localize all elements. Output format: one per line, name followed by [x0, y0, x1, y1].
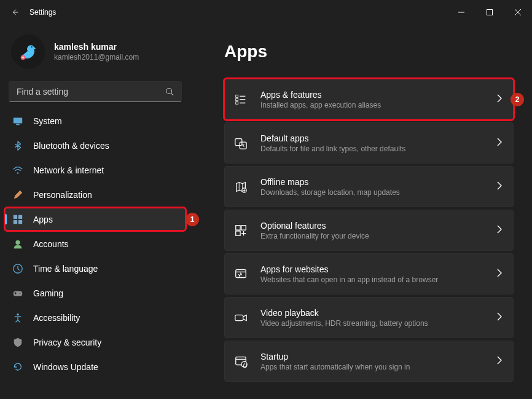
sidebar-item-windows-update[interactable]: Windows Update	[5, 355, 186, 378]
chevron-right-icon	[497, 269, 502, 279]
sidebar-item-label: Accessibility	[33, 313, 80, 323]
apps-features-icon	[233, 92, 248, 107]
update-icon	[12, 361, 23, 373]
close-button[interactable]	[504, 2, 532, 22]
card-offline-maps[interactable]: Offline mapsDownloads, storage location,…	[224, 166, 514, 207]
default-apps-icon	[233, 136, 248, 151]
card-title: Apps & features	[260, 90, 485, 100]
video-playback-icon	[233, 310, 248, 325]
svg-rect-17	[236, 95, 238, 97]
sidebar-item-label: Personalization	[33, 190, 92, 200]
card-default-apps[interactable]: Default appsDefaults for file and link t…	[224, 122, 514, 164]
sidebar-item-network-internet[interactable]: Network & internet	[5, 159, 186, 181]
card-video-playback[interactable]: Video playbackVideo adjustments, HDR str…	[224, 297, 514, 338]
svg-point-4	[166, 89, 172, 94]
optional-features-icon	[233, 223, 248, 238]
card-title: Offline maps	[260, 177, 485, 187]
sidebar-item-label: System	[33, 116, 62, 126]
sidebar-item-privacy-security[interactable]: Privacy & security	[5, 331, 186, 354]
maximize-icon	[487, 9, 493, 15]
card-text: Offline mapsDownloads, storage location,…	[260, 177, 485, 197]
startup-icon	[233, 354, 248, 369]
svg-rect-9	[18, 215, 22, 218]
sidebar-item-gaming[interactable]: Gaming	[5, 282, 186, 304]
card-startup[interactable]: StartupApps that start automatically whe…	[224, 341, 514, 382]
svg-rect-10	[14, 219, 17, 223]
sidebar-item-label: Accounts	[33, 239, 69, 249]
search-icon	[165, 87, 174, 96]
search-box[interactable]	[9, 81, 182, 102]
card-subtitle: Defaults for file and link types, other …	[260, 144, 485, 153]
svg-rect-19	[236, 101, 238, 104]
network-icon	[12, 165, 23, 176]
card-title: Startup	[260, 352, 485, 361]
close-icon	[515, 9, 521, 15]
sidebar-item-label: Gaming	[33, 288, 63, 298]
main-panel: Apps Apps & featuresInstalled apps, app …	[190, 25, 532, 399]
profile-section[interactable]: kamlesh kumar kamlesh2011@gmail.com	[5, 31, 186, 79]
profile-text: kamlesh kumar kamlesh2011@gmail.com	[54, 42, 139, 61]
sidebar-item-label: Privacy & security	[33, 338, 101, 347]
step-badge: 1	[186, 213, 199, 226]
svg-rect-11	[18, 219, 22, 223]
sidebar-item-time-language[interactable]: Time & language	[5, 257, 186, 280]
sidebar-item-label: Bluetooth & devices	[33, 141, 109, 151]
step-badge: 2	[510, 93, 524, 106]
sidebar-item-apps[interactable]: Apps1	[5, 208, 186, 231]
apps-websites-icon	[233, 267, 248, 282]
sidebar-item-accounts[interactable]: Accounts	[5, 232, 186, 255]
card-text: Apps for websitesWebsites that can open …	[260, 264, 485, 284]
card-title: Video playback	[260, 308, 485, 318]
system-icon	[12, 116, 23, 127]
card-subtitle: Apps that start automatically when you s…	[260, 363, 485, 371]
avatar	[11, 34, 45, 69]
window-title: Settings	[29, 8, 56, 17]
svg-point-3	[22, 57, 24, 58]
svg-point-15	[20, 293, 21, 294]
offline-maps-icon	[233, 180, 248, 194]
svg-point-7	[17, 172, 19, 174]
maximize-button[interactable]	[475, 2, 504, 22]
minimize-button[interactable]	[447, 2, 475, 22]
svg-rect-18	[236, 98, 238, 101]
card-subtitle: Installed apps, app execution aliases	[260, 101, 485, 109]
card-subtitle: Extra functionality for your device	[260, 232, 485, 240]
card-apps-features[interactable]: Apps & featuresInstalled apps, app execu…	[224, 79, 514, 120]
sidebar-item-accessibility[interactable]: Accessibility	[5, 306, 186, 329]
sidebar-item-label: Windows Update	[33, 362, 98, 372]
chevron-right-icon	[497, 225, 502, 235]
accounts-icon	[12, 239, 23, 250]
card-subtitle: Video adjustments, HDR streaming, batter…	[260, 319, 485, 328]
card-text: StartupApps that start automatically whe…	[260, 352, 485, 371]
sidebar-item-label: Time & language	[33, 264, 98, 274]
card-subtitle: Websites that can open in an app instead…	[260, 275, 485, 284]
back-button[interactable]	[5, 2, 25, 22]
card-optional-features[interactable]: Optional featuresExtra functionality for…	[224, 210, 514, 251]
sidebar-item-personalization[interactable]: Personalization	[5, 183, 186, 206]
profile-name: kamlesh kumar	[54, 42, 139, 52]
minimize-icon	[458, 9, 464, 15]
svg-point-1	[31, 46, 33, 47]
sidebar-item-bluetooth-devices[interactable]: Bluetooth & devices	[5, 134, 186, 157]
titlebar: Settings	[0, 0, 532, 25]
svg-rect-5	[14, 117, 22, 123]
personalization-icon	[12, 189, 23, 200]
search-input[interactable]	[17, 87, 165, 97]
sidebar: kamlesh kumar kamlesh2011@gmail.com Syst…	[0, 25, 190, 399]
svg-rect-0	[487, 10, 493, 15]
card-text: Optional featuresExtra functionality for…	[260, 221, 485, 240]
svg-rect-8	[14, 215, 17, 218]
chevron-right-icon	[497, 94, 502, 105]
chevron-right-icon	[497, 356, 502, 366]
svg-point-12	[15, 240, 20, 244]
arrow-left-icon	[10, 8, 19, 17]
card-subtitle: Downloads, storage location, map updates	[260, 188, 485, 197]
card-apps-for-websites[interactable]: Apps for websitesWebsites that can open …	[224, 253, 514, 294]
sidebar-item-system[interactable]: System	[5, 109, 186, 132]
accessibility-icon	[12, 312, 23, 323]
sidebar-item-label: Network & internet	[33, 165, 104, 175]
avatar-bird-icon	[17, 40, 40, 63]
gaming-icon	[12, 288, 23, 299]
time-icon	[12, 263, 23, 274]
svg-rect-6	[16, 124, 19, 125]
